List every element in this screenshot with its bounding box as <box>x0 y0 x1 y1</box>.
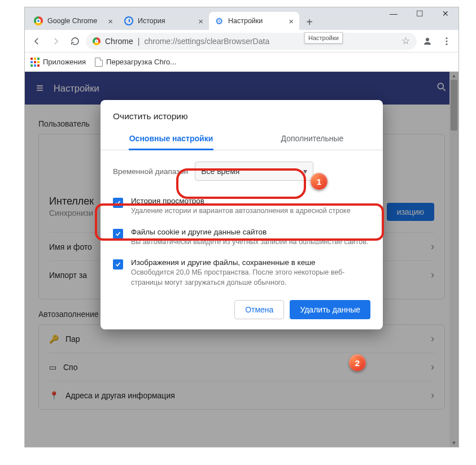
url-path: chrome://settings/clearBrowserData <box>144 37 269 46</box>
time-range-row: Временной диапазон Все время ▾ <box>113 162 370 181</box>
svg-point-1 <box>446 37 448 39</box>
maximize-button[interactable]: ☐ <box>407 5 433 22</box>
close-icon[interactable]: × <box>289 16 294 26</box>
check-title: История просмотров <box>131 197 370 205</box>
confirm-button[interactable]: Удалить данные <box>290 300 370 319</box>
checkbox-checked-icon[interactable] <box>113 259 123 270</box>
modal-backdrop: Очистить историю Основные настройки Допо… <box>25 72 458 447</box>
check-desc: Освободится 20,0 МБ пространства. После … <box>131 268 370 288</box>
check-history[interactable]: История просмотров Удаление истории и ва… <box>113 191 370 222</box>
chrome-icon <box>93 37 101 45</box>
page-content: ≡ Настройки Пользователь Интеллек Синхро… <box>25 72 458 447</box>
close-button[interactable]: ✕ <box>433 5 458 22</box>
star-icon[interactable]: ☆ <box>401 35 410 47</box>
bookmark-label: Приложения <box>43 58 86 66</box>
new-tab-button[interactable]: + <box>302 14 317 30</box>
bookmark-label: Перезагрузка Chro... <box>106 58 176 66</box>
toolbar: Chrome | chrome://settings/clearBrowserD… <box>25 30 458 53</box>
close-icon[interactable]: × <box>198 16 203 26</box>
history-icon <box>124 16 133 25</box>
select-value: Все время <box>201 167 239 176</box>
forward-button[interactable] <box>47 33 64 50</box>
tab-title: Google Chrome <box>47 17 103 25</box>
checkbox-checked-icon[interactable] <box>113 198 123 208</box>
bookmark-1[interactable]: Перезагрузка Chro... <box>95 58 176 67</box>
tab-tooltip: Настройки <box>304 32 343 44</box>
chevron-down-icon: ▾ <box>303 167 307 176</box>
svg-point-2 <box>446 40 448 42</box>
page-icon <box>95 58 103 67</box>
cancel-button[interactable]: Отмена <box>234 300 284 319</box>
back-button[interactable] <box>28 33 45 50</box>
dialog-title: Очистить историю <box>101 111 383 127</box>
svg-point-0 <box>426 38 429 41</box>
dialog-actions: Отмена Удалить данные <box>101 295 383 319</box>
window-controls: — ☐ ✕ <box>381 5 458 22</box>
annotation-badge-1: 1 <box>311 173 327 190</box>
tab-basic[interactable]: Основные настройки <box>101 127 242 150</box>
menu-button[interactable] <box>438 33 455 50</box>
apps-icon <box>30 58 40 67</box>
checkbox-checked-icon[interactable] <box>113 229 123 239</box>
profile-button[interactable] <box>419 33 436 50</box>
time-range-select[interactable]: Все время ▾ <box>195 162 313 181</box>
tab-1[interactable]: Google Chrome × <box>28 12 119 30</box>
tab-2[interactable]: История × <box>119 12 209 30</box>
svg-point-3 <box>446 43 448 45</box>
browser-window: — ☐ ✕ Google Chrome × История × ⚙ Настро… <box>24 7 459 447</box>
apps-shortcut[interactable]: Приложения <box>30 58 86 67</box>
annotation-badge-2: 2 <box>349 354 366 371</box>
range-label: Временной диапазон <box>113 167 188 176</box>
chrome-icon <box>34 16 43 25</box>
url-scheme: Chrome <box>105 37 133 46</box>
dialog-tabs: Основные настройки Дополнительные <box>101 127 383 150</box>
settings-icon: ⚙ <box>215 16 224 25</box>
check-title: Изображения и другие файлы, сохраненные … <box>131 258 370 267</box>
bookmarks-bar: Приложения Перезагрузка Chro... <box>25 53 458 72</box>
dialog-body: Временной диапазон Все время ▾ История п… <box>101 150 383 295</box>
close-icon[interactable]: × <box>108 16 113 26</box>
tab-title: История <box>138 17 194 25</box>
clear-data-dialog: Очистить историю Основные настройки Допо… <box>101 100 383 329</box>
tab-3-active[interactable]: ⚙ Настройки × <box>209 12 299 30</box>
check-title: Файлы cookie и другие данные сайтов <box>131 228 370 236</box>
check-cache[interactable]: Изображения и другие файлы, сохраненные … <box>113 253 370 293</box>
reload-button[interactable] <box>67 33 84 50</box>
minimize-button[interactable]: — <box>381 5 407 22</box>
url-sep: | <box>138 37 140 46</box>
check-desc: Вы автоматически выйдете из учетных запи… <box>131 237 370 247</box>
check-desc: Удаление истории и вариантов автозаполне… <box>131 206 370 216</box>
tab-title: Настройки <box>228 17 284 25</box>
tab-advanced[interactable]: Дополнительные <box>242 127 383 150</box>
check-cookies[interactable]: Файлы cookie и другие данные сайтов Вы а… <box>113 222 370 253</box>
address-bar[interactable]: Chrome | chrome://settings/clearBrowserD… <box>86 33 417 50</box>
